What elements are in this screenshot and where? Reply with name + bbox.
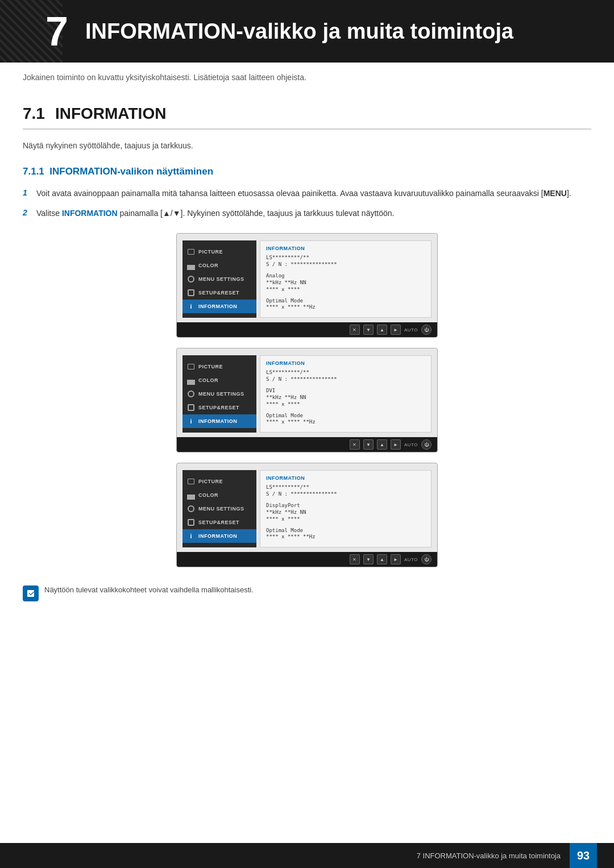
menu-label-setup-1: SETUP&RESET (198, 290, 239, 296)
info-panel-title-1: INFORMATION (266, 246, 425, 251)
diagram-displayport-inner: PICTURE COLOR MENU SETTINGS (177, 463, 437, 552)
button-bar-1: ✕ ▼ ▲ ► AUTO ⏻ (177, 322, 437, 337)
subsection-title-text: INFORMATION-valikon näyttäminen (49, 166, 213, 177)
menu-item-setup-1: SETUP&RESET (182, 286, 256, 300)
menu-item-color-3: COLOR (182, 488, 256, 502)
menu-panel-1: PICTURE COLOR MENU SETTINGS (182, 240, 256, 318)
step-2-text: Valitse INFORMATION painamalla [▲/▼]. Ny… (36, 207, 394, 219)
info-ls-1: LS*********/** (266, 255, 425, 260)
menu-label-picture-2: PICTURE (198, 364, 223, 369)
note-text: Näyttöön tulevat valikkokohteet voivat v… (44, 584, 254, 596)
info-optimal-val-1: **** x **** **Hz (266, 304, 425, 310)
note-svg-icon (26, 589, 35, 598)
menu-label-info-1: INFORMATION (198, 304, 237, 309)
btn-auto-1: AUTO (404, 327, 418, 333)
step-2-number: 2 (23, 208, 36, 217)
menu-item-setup-3: SETUP&RESET (182, 516, 256, 529)
setup-icon-2 (187, 404, 195, 412)
step-1: 1 Voit avata avainoppaan painamalla mitä… (23, 188, 591, 200)
btn-auto-3: AUTO (404, 557, 418, 562)
menu-label-picture-3: PICTURE (198, 479, 223, 484)
menu-label-color-2: COLOR (198, 377, 218, 383)
subsection-title: 7.1.1 INFORMATION-valikon näyttäminen (23, 166, 591, 177)
menu-item-setup-2: SETUP&RESET (182, 401, 256, 414)
info-symbol-1: i (190, 303, 192, 310)
info-sn-1: S / N : *************** (266, 261, 425, 267)
menu-item-info-3: i INFORMATION (182, 529, 256, 543)
btn-power-1: ⏻ (421, 325, 432, 335)
button-bar-3: ✕ ▼ ▲ ► AUTO ⏻ (177, 552, 437, 567)
section-title-text: INFORMATION (55, 105, 166, 122)
menu-label-info-2: INFORMATION (198, 418, 237, 424)
chapter-number: 7 (45, 11, 68, 52)
btn-auto-2: AUTO (404, 442, 418, 447)
info-optimal-val-3: **** x **** **Hz (266, 534, 425, 539)
diagram-analog-inner: PICTURE COLOR MENU SETTINGS (177, 234, 437, 322)
footer: 7 INFORMATION-valikko ja muita toimintoj… (0, 843, 614, 868)
diagram-analog: PICTURE COLOR MENU SETTINGS (176, 233, 438, 338)
menusettings-icon-2 (187, 390, 195, 398)
picture-icon-1 (187, 248, 195, 256)
btn-down-2: ▼ (363, 439, 374, 450)
btn-power-2: ⏻ (421, 439, 432, 450)
menu-item-info-2: i INFORMATION (182, 414, 256, 428)
btn-up-2: ▲ (377, 439, 387, 450)
info-panel-3: INFORMATION LS*********/** S / N : *****… (260, 470, 432, 547)
diagrams-container: PICTURE COLOR MENU SETTINGS (0, 233, 614, 567)
subsection-number: 7.1.1 (23, 166, 44, 177)
btn-right-1: ► (391, 325, 401, 335)
menu-label-menusettings-2: MENU SETTINGS (198, 391, 244, 397)
info-icon-2: i (187, 417, 195, 425)
header-subtitle: Jokainen toiminto on kuvattu yksityiskoh… (0, 63, 614, 82)
section-number: 7.1 (23, 105, 45, 122)
step-1-text: Voit avata avainoppaan painamalla mitä t… (36, 188, 571, 200)
info-optimal-label-2: Optimal Mode (266, 413, 425, 418)
menu-label-info-3: INFORMATION (198, 533, 237, 539)
button-bar-2: ✕ ▼ ▲ ► AUTO ⏻ (177, 437, 437, 452)
color-icon-1 (187, 261, 195, 269)
info-symbol-2: i (190, 418, 192, 425)
info-panel-title-3: INFORMATION (266, 475, 425, 481)
picture-icon-3 (187, 477, 195, 485)
info-panel-2: INFORMATION LS*********/** S / N : *****… (260, 355, 432, 433)
menu-key: MENU (544, 189, 567, 198)
info-freq-3: **kHz **Hz NN (266, 509, 425, 515)
diagram-dvi-inner: PICTURE COLOR MENU SETTINGS (177, 348, 437, 437)
info-sn-3: S / N : *************** (266, 491, 425, 497)
footer-page-number: 93 (570, 843, 597, 868)
info-panel-title-2: INFORMATION (266, 360, 425, 366)
setup-icon-1 (187, 289, 195, 297)
btn-up-1: ▲ (377, 325, 387, 335)
menu-panel-2: PICTURE COLOR MENU SETTINGS (182, 355, 256, 433)
info-freq-1: **kHz **Hz NN (266, 280, 425, 285)
info-source-2: DVI (266, 388, 425, 393)
info-source-3: DisplayPort (266, 502, 425, 508)
info-optimal-val-2: **** x **** **Hz (266, 419, 425, 425)
color-icon-2 (187, 376, 195, 384)
info-ls-3: LS*********/** (266, 484, 425, 490)
menu-label-menusettings-3: MENU SETTINGS (198, 506, 244, 512)
menusettings-icon-1 (187, 275, 195, 283)
menu-label-color-3: COLOR (198, 492, 218, 498)
info-optimal-label-3: Optimal Mode (266, 528, 425, 533)
btn-x-1: ✕ (350, 325, 360, 335)
menu-item-menusettings-3: MENU SETTINGS (182, 502, 256, 516)
menusettings-icon-3 (187, 505, 195, 513)
section-71: 7.1INFORMATION Näytä nykyinen syöttölähd… (0, 82, 614, 219)
menu-label-menusettings-1: MENU SETTINGS (198, 276, 244, 282)
btn-up-3: ▲ (377, 554, 387, 564)
info-res-2: **** x **** (266, 401, 425, 407)
info-res-3: **** x **** (266, 516, 425, 522)
step-1-number: 1 (23, 188, 36, 197)
menu-label-picture-1: PICTURE (198, 249, 223, 255)
info-panel-1: INFORMATION LS*********/** S / N : *****… (260, 240, 432, 318)
info-symbol-3: i (190, 533, 192, 539)
color-icon-3 (187, 491, 195, 499)
info-icon-1: i (187, 302, 195, 310)
steps-container: 1 Voit avata avainoppaan painamalla mitä… (23, 188, 591, 219)
note-icon (23, 585, 39, 601)
btn-down-3: ▼ (363, 554, 374, 564)
menu-item-color-2: COLOR (182, 373, 256, 387)
menu-item-menusettings-1: MENU SETTINGS (182, 272, 256, 286)
info-icon-3: i (187, 532, 195, 540)
